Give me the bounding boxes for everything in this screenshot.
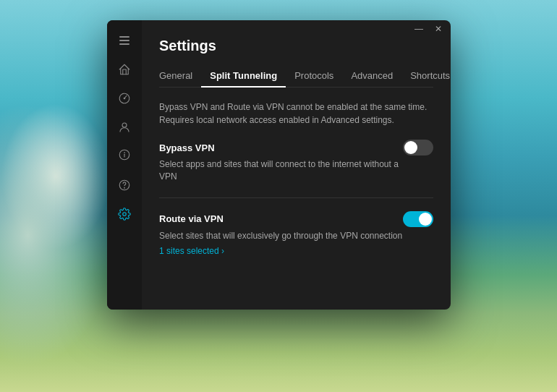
route-via-vpn-toggle[interactable] (403, 211, 433, 227)
settings-area: Settings General Split Tunneling Protoco… (142, 38, 451, 310)
svg-point-4 (124, 153, 125, 153)
account-icon[interactable] (111, 114, 137, 140)
route-vpn-knob (419, 213, 432, 226)
svg-point-6 (124, 187, 125, 188)
route-via-vpn-row: Route via VPN Select sites that will exc… (159, 211, 433, 257)
route-vpn-header: Route via VPN (159, 211, 433, 227)
warning-text: Bypass VPN and Route via VPN cannot be e… (159, 101, 433, 127)
tab-protocols[interactable]: Protocols (286, 66, 342, 87)
divider (159, 197, 433, 198)
svg-point-7 (123, 213, 127, 216)
app-window: — ✕ Settings General Split Tunneling Pro… (107, 20, 451, 310)
tabs-bar: General Split Tunneling Protocols Advanc… (159, 66, 433, 88)
menu-icon[interactable] (111, 27, 137, 54)
svg-point-1 (122, 123, 127, 127)
bypass-vpn-knob (404, 141, 417, 154)
route-vpn-desc: Select sites that will exclusively go th… (159, 230, 405, 242)
info-icon[interactable] (111, 143, 137, 169)
settings-title: Settings (159, 38, 433, 54)
bypass-vpn-row: Bypass VPN Select apps and sites that wi… (159, 140, 433, 183)
tab-advanced[interactable]: Advanced (342, 66, 401, 87)
help-icon[interactable] (111, 172, 137, 198)
bypass-vpn-header: Bypass VPN (159, 140, 433, 155)
bypass-vpn-desc: Select apps and sites that will connect … (159, 158, 405, 183)
main-content: — ✕ Settings General Split Tunneling Pro… (142, 20, 451, 310)
tab-shortcuts[interactable]: Shortcuts (401, 66, 451, 87)
tab-split-tunneling[interactable]: Split Tunneling (201, 66, 286, 87)
bypass-vpn-toggle[interactable] (403, 140, 433, 155)
sidebar (107, 20, 142, 310)
tab-general[interactable]: General (159, 66, 201, 87)
route-vpn-label: Route via VPN (159, 213, 224, 224)
settings-icon[interactable] (111, 201, 137, 227)
home-icon[interactable] (111, 56, 137, 82)
sites-selected-link[interactable]: 1 sites selected › (159, 246, 224, 256)
close-button[interactable]: ✕ (435, 25, 442, 33)
bypass-vpn-label: Bypass VPN (159, 142, 215, 153)
minimize-button[interactable]: — (414, 25, 423, 33)
title-bar: — ✕ (142, 20, 451, 38)
speed-icon[interactable] (111, 85, 137, 111)
